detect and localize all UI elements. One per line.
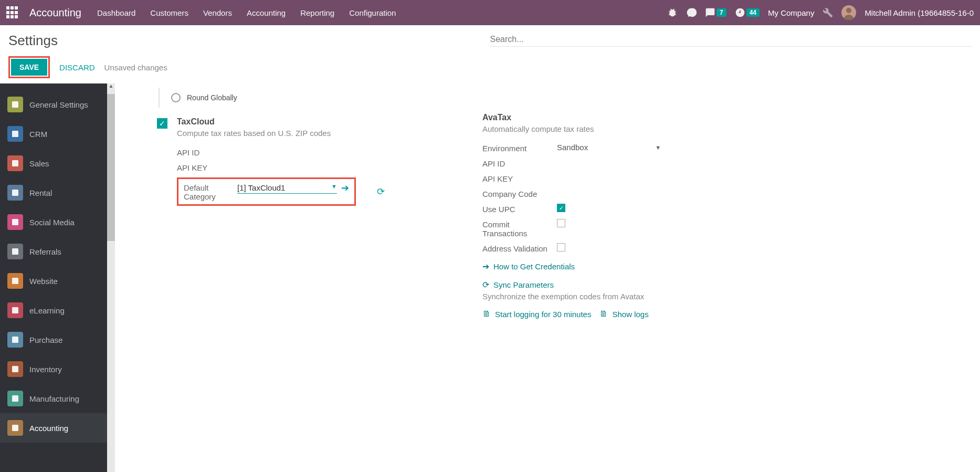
sidebar-item-rental[interactable]: Rental	[0, 178, 115, 207]
sidebar-item-label: Sales	[29, 159, 49, 168]
svg-rect-7	[12, 278, 18, 284]
start-logging-link[interactable]: 🗎 Start logging for 30 minutes	[482, 309, 591, 319]
taxcloud-apikey-label: API KEY	[177, 162, 240, 172]
sidebar-item-label: Inventory	[29, 365, 62, 374]
company-switcher[interactable]: My Company	[768, 8, 814, 17]
sidebar-item-manufacturing[interactable]: Manufacturing	[0, 384, 115, 413]
messages-icon[interactable]: 7	[705, 7, 726, 18]
sidebar-icon	[7, 302, 23, 318]
app-name[interactable]: Accounting	[29, 7, 81, 19]
sidebar-item-crm[interactable]: CRM	[0, 119, 115, 149]
sidebar-item-general-settings[interactable]: General Settings	[0, 90, 115, 119]
sync-icon: ⟳	[482, 280, 489, 290]
sidebar-item-label: Rental	[29, 188, 52, 197]
default-category-select[interactable]: [1] TaxCloud1 ▼	[237, 182, 337, 194]
nav-customers[interactable]: Customers	[150, 8, 188, 17]
taxcloud-checkbox[interactable]: ✓	[157, 118, 167, 129]
sidebar-item-social-media[interactable]: Social Media	[0, 207, 115, 237]
sidebar-item-purchase[interactable]: Purchase	[0, 325, 115, 354]
activities-icon[interactable]: 44	[735, 7, 760, 18]
avatax-apiid-label: API ID	[482, 158, 551, 168]
svg-rect-4	[12, 190, 18, 196]
env-value: Sandbox	[557, 143, 588, 152]
bug-icon[interactable]	[667, 7, 678, 18]
company-code-label: Company Code	[482, 188, 551, 198]
sidebar-item-label: General Settings	[29, 100, 88, 109]
sidebar-item-accounting[interactable]: Accounting	[0, 413, 115, 443]
addr-checkbox[interactable]	[557, 243, 565, 251]
refresh-icon[interactable]: ⟳	[377, 186, 385, 197]
unsaved-indicator: Unsaved changes	[104, 63, 167, 72]
svg-rect-8	[12, 307, 18, 313]
nav-reporting[interactable]: Reporting	[300, 8, 334, 17]
sidebar-scrollbar[interactable]: ▲	[107, 83, 115, 472]
sidebar-item-inventory[interactable]: Inventory	[0, 354, 115, 384]
settings-sidebar: General SettingsCRMSalesRentalSocial Med…	[0, 83, 115, 472]
user-name[interactable]: Mitchell Admin (19664855-16-0	[865, 8, 974, 17]
use-upc-label: Use UPC	[482, 204, 551, 214]
nav-accounting[interactable]: Accounting	[247, 8, 286, 17]
addr-label: Address Validation	[482, 243, 551, 253]
svg-rect-9	[12, 337, 18, 343]
sidebar-item-label: CRM	[29, 130, 47, 139]
commit-label: Commit Transactions	[482, 219, 551, 238]
svg-rect-10	[12, 366, 18, 372]
external-link-icon[interactable]: ➔	[341, 182, 349, 194]
commit-checkbox[interactable]	[557, 219, 565, 227]
sidebar-icon	[7, 126, 23, 142]
svg-rect-6	[12, 248, 18, 255]
nav-right: 7 44 My Company Mitchell Admin (19664855…	[667, 5, 974, 20]
round-globally-radio[interactable]	[171, 93, 181, 102]
apps-icon[interactable]	[6, 6, 19, 19]
sidebar-icon	[7, 214, 23, 230]
save-highlight: SAVE	[8, 56, 50, 78]
svg-point-0	[846, 8, 851, 13]
nav-vendors[interactable]: Vendors	[203, 8, 232, 17]
sidebar-item-sales[interactable]: Sales	[0, 149, 115, 178]
sidebar-item-label: Accounting	[29, 424, 68, 433]
sidebar-item-label: Referrals	[29, 247, 61, 256]
sync-params-link[interactable]: ⟳ Sync Parameters	[482, 280, 776, 290]
file-icon: 🗎	[599, 309, 608, 319]
sidebar-icon	[7, 97, 23, 112]
nav-configuration[interactable]: Configuration	[349, 8, 396, 17]
how-to-link[interactable]: ➔ How to Get Credentials	[482, 261, 776, 271]
sidebar-item-label: Purchase	[29, 335, 62, 344]
svg-rect-3	[12, 160, 18, 166]
sidebar-icon	[7, 273, 23, 289]
sidebar-icon	[7, 185, 23, 201]
dropdown-caret-icon: ▼	[331, 183, 337, 192]
taxcloud-title: TaxCloud	[177, 117, 451, 127]
search-input[interactable]	[490, 35, 972, 44]
default-category-label: Default Category	[184, 182, 231, 201]
sidebar-item-elearning[interactable]: eLearning	[0, 296, 115, 325]
save-button[interactable]: SAVE	[11, 59, 47, 76]
support-icon[interactable]	[686, 7, 697, 18]
env-select[interactable]: Sandbox ▼	[557, 143, 661, 152]
action-bar: SAVE DISCARD Unsaved changes	[0, 49, 980, 83]
avatax-section: AvaTax Automatically compute tax rates E…	[482, 113, 776, 319]
activities-badge: 44	[746, 8, 760, 17]
rounding-option: Round Globally	[159, 88, 451, 108]
search-wrap	[490, 35, 972, 47]
file-icon: 🗎	[482, 309, 491, 319]
show-logs-link[interactable]: 🗎 Show logs	[599, 309, 648, 319]
sidebar-icon	[7, 391, 23, 406]
sidebar-item-website[interactable]: Website	[0, 266, 115, 296]
discard-button[interactable]: DISCARD	[59, 63, 95, 72]
nav-menu: Dashboard Customers Vendors Accounting R…	[97, 8, 657, 17]
dropdown-caret-icon: ▼	[655, 144, 661, 151]
settings-content: Round Globally ✓ TaxCloud Compute tax ra…	[115, 83, 980, 472]
sidebar-item-label: Manufacturing	[29, 394, 79, 403]
nav-dashboard[interactable]: Dashboard	[97, 8, 135, 17]
tools-icon[interactable]	[823, 7, 833, 18]
sync-desc: Synchronize the exemption codes from Ava…	[482, 292, 776, 301]
user-avatar[interactable]	[841, 5, 856, 20]
env-label: Environment	[482, 143, 551, 153]
taxcloud-apiid-label: API ID	[177, 147, 240, 157]
svg-rect-1	[12, 101, 18, 108]
svg-rect-12	[12, 425, 18, 431]
sidebar-item-referrals[interactable]: Referrals	[0, 237, 115, 266]
subheader: Settings	[0, 25, 980, 49]
use-upc-checkbox[interactable]: ✓	[557, 204, 565, 212]
